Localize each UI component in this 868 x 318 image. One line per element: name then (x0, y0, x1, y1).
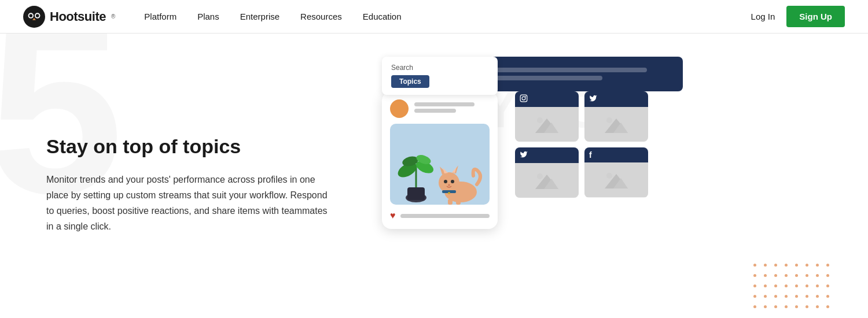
dot (826, 305, 829, 308)
svg-rect-27 (456, 199, 461, 205)
svg-point-39 (537, 173, 543, 179)
dot (753, 284, 756, 287)
dot (816, 305, 819, 308)
dot (764, 284, 767, 287)
dot (785, 274, 788, 277)
social-card-image-instagram (515, 107, 579, 142)
dot (795, 284, 798, 287)
dark-banner (486, 57, 683, 91)
social-card-header-facebook: f (584, 147, 648, 162)
social-card-header-twitter-1 (584, 91, 648, 107)
dot (795, 305, 798, 308)
svg-rect-26 (448, 199, 453, 205)
social-card-twitter-2 (515, 147, 579, 198)
dot (764, 295, 767, 298)
logo[interactable]: Hootsuite ® (23, 6, 115, 28)
dot (774, 305, 777, 308)
illustration-section: PAYMO Search Topics (347, 51, 822, 318)
nav-item-platform[interactable]: Platform (144, 12, 176, 21)
dot (753, 305, 756, 308)
dot (764, 264, 767, 267)
social-card-image-facebook (584, 162, 648, 197)
nav-item-education[interactable]: Education (363, 12, 402, 21)
main-content: 5 Stay on top of topics Monitor trends a… (0, 34, 868, 318)
svg-point-16 (439, 172, 459, 193)
phone-card: ♥ (382, 91, 498, 229)
header-lines (414, 102, 490, 115)
dot (806, 284, 808, 287)
facebook-icon: f (589, 150, 592, 160)
dot (795, 274, 798, 277)
dot (785, 264, 788, 267)
dot (816, 274, 819, 277)
twitter-icon-2 (520, 150, 528, 160)
svg-point-21 (444, 180, 447, 183)
twitter-icon-1 (589, 94, 597, 104)
svg-point-3 (29, 14, 32, 17)
svg-point-42 (606, 173, 612, 179)
avatar (390, 99, 409, 118)
dot (826, 274, 829, 277)
dot (764, 305, 767, 308)
social-card-instagram (515, 91, 579, 142)
social-card-facebook: f (584, 147, 648, 198)
dot (816, 284, 819, 287)
search-card: Search Topics (382, 57, 498, 95)
dot (816, 295, 819, 298)
mountain-icon-4 (605, 171, 628, 188)
svg-point-0 (23, 6, 45, 28)
header-line-2 (414, 109, 456, 113)
svg-point-4 (36, 14, 39, 17)
plant-illustration (396, 135, 436, 205)
topics-button[interactable]: Topics (391, 75, 429, 88)
dot (795, 295, 798, 298)
social-card-image-twitter-1 (584, 107, 648, 142)
mountain-icon-2 (605, 116, 628, 133)
hootsuite-logo-icon (23, 6, 45, 28)
phone-header (390, 99, 490, 118)
nav-right: Log In Sign Up (751, 6, 845, 27)
login-button[interactable]: Log In (751, 12, 775, 21)
cat-illustration (432, 153, 484, 205)
dot (753, 295, 756, 298)
heart-icon: ♥ (390, 210, 396, 221)
svg-marker-17 (440, 167, 447, 175)
social-card-header-twitter-2 (515, 147, 579, 163)
dot-grid (753, 264, 833, 312)
dot (816, 264, 819, 267)
search-label: Search (391, 64, 488, 72)
hero-body: Monitor trends and your posts' performan… (46, 172, 336, 235)
navbar: Hootsuite ® Platform Plans Enterprise Re… (0, 0, 868, 34)
instagram-icon (520, 94, 528, 104)
social-card-header-instagram (515, 91, 579, 107)
dot (785, 284, 788, 287)
dark-banner-line-1 (495, 68, 647, 72)
header-line-1 (414, 102, 475, 106)
dot (826, 284, 829, 287)
social-cards-grid: f (515, 91, 648, 198)
dot (774, 284, 777, 287)
svg-point-30 (525, 96, 526, 97)
signup-button[interactable]: Sign Up (786, 6, 845, 27)
dot (806, 274, 808, 277)
svg-point-22 (451, 180, 454, 183)
dot (826, 264, 829, 267)
dot (795, 264, 798, 267)
nav-item-enterprise[interactable]: Enterprise (240, 12, 279, 21)
cat-scene (390, 124, 490, 205)
mountain-icon (535, 116, 558, 133)
dot (806, 264, 808, 267)
dot (785, 295, 788, 298)
dot (785, 305, 788, 308)
dot (826, 295, 829, 298)
svg-rect-28 (520, 95, 527, 102)
phone-footer: ♥ (390, 210, 490, 221)
nav-item-resources[interactable]: Resources (300, 12, 342, 21)
svg-point-33 (537, 117, 543, 123)
nav-item-plans[interactable]: Plans (197, 12, 219, 21)
dot (806, 305, 808, 308)
logo-text: Hootsuite (50, 9, 106, 24)
hero-headline: Stay on top of topics (46, 134, 347, 159)
svg-point-29 (522, 97, 525, 100)
dark-banner-line-2 (495, 76, 602, 80)
